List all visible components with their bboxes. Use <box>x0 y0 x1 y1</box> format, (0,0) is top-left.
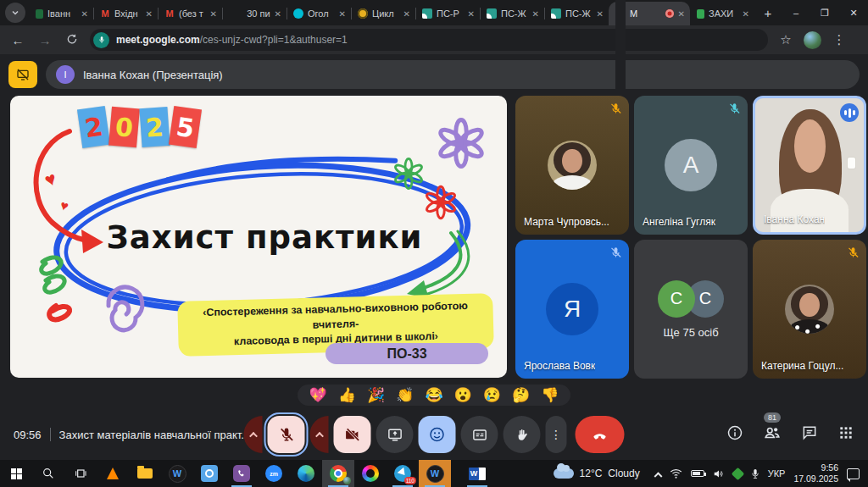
tab-close-icon[interactable]: ✕ <box>339 9 346 19</box>
back-button[interactable]: ← <box>8 33 27 47</box>
activities-button[interactable] <box>837 424 854 445</box>
tab-search-button[interactable] <box>5 3 25 23</box>
overflow-participants-tile[interactable]: С С Ще 75 осіб <box>634 240 748 379</box>
smiley-icon <box>429 426 446 443</box>
taskbar-search-button[interactable] <box>32 460 64 487</box>
reaction-clap[interactable]: 👏 <box>396 388 414 402</box>
file-explorer-icon[interactable] <box>129 460 161 487</box>
telegram-app-icon[interactable]: 110 <box>387 460 419 487</box>
edge-app-icon[interactable] <box>290 460 322 487</box>
camera-options-button[interactable] <box>310 416 329 453</box>
tab-30[interactable]: 30 пи ✕ <box>222 2 287 25</box>
reactions-bar: 💖 👍 🎉 👏 😂 😮 😢 🤔 👎 <box>298 385 571 406</box>
forward-button[interactable]: → <box>36 33 54 47</box>
mic-options-button[interactable] <box>244 416 263 453</box>
viber-app-icon[interactable] <box>225 460 258 487</box>
reaction-heart[interactable]: 💖 <box>309 388 327 402</box>
tab-close-icon[interactable]: ✕ <box>210 9 217 19</box>
photos-app-icon[interactable] <box>193 460 225 487</box>
camera-off-button[interactable] <box>334 416 371 453</box>
present-screen-button[interactable] <box>376 416 414 453</box>
reaction-surprised[interactable]: 😮 <box>454 388 472 402</box>
people-panel-button[interactable]: 81 <box>763 423 782 445</box>
tab-meet-active[interactable]: M ✕ <box>609 2 690 25</box>
start-button[interactable] <box>0 460 32 487</box>
tab-ps-zh-1[interactable]: ПС-Ж ✕ <box>480 2 544 25</box>
reaction-laugh[interactable]: 😂 <box>425 388 442 402</box>
shared-presentation[interactable]: ♥ ♥ <box>10 96 507 378</box>
tab-close-icon[interactable]: ✕ <box>81 9 88 19</box>
tab-cykl[interactable]: Цикл ✕ <box>351 2 415 25</box>
volume-icon[interactable] <box>713 468 725 479</box>
participant-name: Ярослава Вовк <box>524 360 595 372</box>
tab-inbox[interactable]: M Вхідн ✕ <box>93 2 158 25</box>
new-tab-button[interactable]: + <box>758 3 778 23</box>
tab-mic-in-use-icon[interactable] <box>93 32 109 48</box>
language-indicator[interactable]: УКР <box>768 468 786 479</box>
reaction-thumbs-up[interactable]: 👍 <box>338 388 356 402</box>
tab-ivann[interactable]: Іванн ✕ <box>29 2 93 25</box>
reaction-thumbs-down[interactable]: 👎 <box>541 388 559 402</box>
weather-widget[interactable]: 12°C Cloudy <box>554 468 640 479</box>
close-window-button[interactable]: ✕ <box>839 0 868 25</box>
tab-untitled-mail[interactable]: M (без т ✕ <box>158 2 222 25</box>
tab-close-icon[interactable]: ✕ <box>678 9 685 19</box>
presenter-pill[interactable]: І Іванна Кохан (Презентація) <box>46 60 860 89</box>
document-icon <box>697 9 704 19</box>
taskbar-clock[interactable]: 9:56 17.09.2025 <box>793 462 838 484</box>
reactions-button-active[interactable] <box>419 416 456 453</box>
participant-tile-yaroslava[interactable]: Я Ярослава Вовк <box>515 240 629 379</box>
mic-muted-button[interactable] <box>268 416 305 453</box>
participant-tile-ivanna-speaking[interactable]: Іванна Кохан <box>753 96 866 235</box>
tab-close-icon[interactable]: ✕ <box>275 9 281 19</box>
end-call-button[interactable] <box>576 416 625 453</box>
tab-close-icon[interactable]: ✕ <box>468 9 475 19</box>
network-icon[interactable] <box>670 468 682 479</box>
presentation-paused-chip[interactable] <box>8 61 37 88</box>
tab-close-icon[interactable]: ✕ <box>403 9 410 19</box>
word-app-icon-flashing[interactable]: W <box>419 460 451 487</box>
meeting-details-button[interactable] <box>726 424 743 445</box>
reload-button[interactable] <box>63 33 81 47</box>
tab-close-icon[interactable]: ✕ <box>597 9 604 19</box>
bookmark-star-icon[interactable]: ☆ <box>776 32 795 47</box>
year-digit: 2 <box>77 106 110 148</box>
reaction-party[interactable]: 🎉 <box>367 388 385 402</box>
tab-close-icon[interactable]: ✕ <box>743 9 749 19</box>
tray-expand-icon[interactable] <box>654 472 662 480</box>
presenter-avatar: І <box>56 65 75 84</box>
captions-button[interactable] <box>461 416 498 453</box>
minimize-button[interactable]: – <box>782 0 810 25</box>
participant-tile-katerina[interactable]: Катерина Гоцул... <box>753 240 866 379</box>
restore-button[interactable]: ❐ <box>810 0 839 25</box>
address-bar[interactable]: meet.google.com/ces-unjz-cwd?pli=1&authu… <box>90 29 768 51</box>
participant-tile-marta[interactable]: Марта Чупровсь... <box>515 96 629 235</box>
tab-ps-zh-2[interactable]: ПС-Ж ✕ <box>544 2 609 25</box>
antivirus-icon[interactable] <box>731 467 744 480</box>
browser-menu-icon[interactable]: ⋮ <box>830 32 849 47</box>
telegram-unread-badge: 110 <box>404 477 416 484</box>
raise-hand-button[interactable] <box>504 416 541 453</box>
tab-ps-r[interactable]: ПС-Р ✕ <box>415 2 480 25</box>
task-view-button[interactable] <box>64 460 97 487</box>
action-center-icon[interactable] <box>847 468 860 479</box>
meeting-title: Захист матеріалів навчальної практ... <box>59 429 251 441</box>
media-app-icon[interactable] <box>354 460 387 487</box>
battery-icon[interactable] <box>691 470 704 477</box>
tab-close-icon[interactable]: ✕ <box>532 9 539 19</box>
word-app-icon[interactable]: W <box>161 460 193 487</box>
mic-in-use-icon[interactable] <box>751 468 760 479</box>
tab-close-icon[interactable]: ✕ <box>146 9 153 19</box>
profile-avatar[interactable] <box>804 31 821 49</box>
tab-zahy[interactable]: ЗАХИ ✕ <box>690 2 754 25</box>
word-document-taskbar-button[interactable]: W <box>461 460 493 487</box>
more-options-button[interactable]: ⋮ <box>546 416 567 453</box>
tab-ogol[interactable]: Огол ✕ <box>287 2 351 25</box>
vlc-app-icon[interactable] <box>97 460 129 487</box>
chrome-app-icon-active[interactable] <box>322 460 354 487</box>
reaction-thinking[interactable]: 🤔 <box>512 388 530 402</box>
reaction-cry[interactable]: 😢 <box>483 388 501 402</box>
zoom-app-icon[interactable]: zm <box>258 460 290 487</box>
chat-panel-button[interactable] <box>801 424 818 445</box>
participant-tile-angelina[interactable]: А Ангеліна Гугляк <box>634 96 748 235</box>
